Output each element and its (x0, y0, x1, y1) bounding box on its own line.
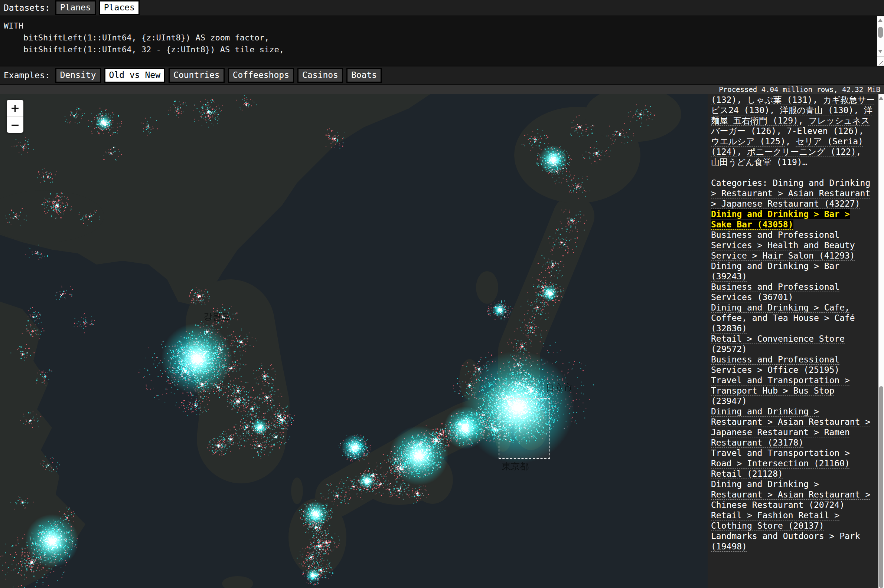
zoom-in-button[interactable]: + (7, 100, 23, 116)
dataset-button-planes[interactable]: Planes (55, 0, 96, 15)
example-button-coffeeshops[interactable]: Coffeeshops (228, 68, 294, 83)
categories-list: Categories: Dining and Drinking > Restau… (711, 178, 875, 552)
name-link[interactable]: 山田うどん食堂 (119) (711, 157, 802, 167)
names-list: (132), しゃぶ葉 (131), カギ救急サービス24 (130), 洋服の… (711, 94, 875, 167)
category-link[interactable]: Dining and Drinking > Restaurant > Asian… (711, 406, 870, 447)
category-link[interactable]: Retail > Convenience Store (29572) (711, 334, 845, 354)
sql-code[interactable]: WITH bitShiftLeft(1::UInt64, {z:UInt8}) … (0, 16, 884, 66)
dataset-button-places[interactable]: Places (99, 0, 140, 15)
examples-bar: Examples: Density Old vs New Countries C… (0, 66, 884, 85)
name-link[interactable]: ポニークリーニング (122) (747, 147, 856, 156)
name-link[interactable]: 7-Eleven (126) (787, 126, 859, 136)
example-button-density[interactable]: Density (55, 68, 101, 83)
sql-scrollbar[interactable] (877, 16, 884, 66)
zoom-out-button[interactable]: − (7, 117, 23, 133)
example-button-countries[interactable]: Countries (168, 68, 225, 83)
category-link[interactable]: Dining and Drinking > Restaurant > Asian… (711, 479, 870, 510)
sql-scrollbar-thumb[interactable] (878, 27, 883, 38)
main-area: + − (132), しゃぶ葉 (131), カギ救急サービス24 (130),… (0, 94, 884, 588)
datasets-label: Datasets: (4, 3, 50, 13)
map-selection-rect[interactable] (499, 398, 550, 459)
sidebar: (132), しゃぶ葉 (131), カギ救急サービス24 (130), 洋服の… (708, 94, 878, 588)
scrollbar-divider (877, 56, 884, 57)
examples-label: Examples: (4, 70, 50, 80)
processed-status: Processed 4.04 million rows, 42.32 MiB (719, 86, 880, 93)
scroll-up-icon[interactable] (879, 96, 883, 100)
name-link[interactable]: 洋服の青山 (130) (780, 105, 854, 115)
example-button-old-vs-new[interactable]: Old vs New (104, 68, 165, 83)
example-button-boats[interactable]: Boats (346, 68, 382, 83)
datasets-bar: Datasets: Planes Places (0, 0, 884, 16)
category-link[interactable]: Dining and Drinking > Bar (39243) (711, 261, 839, 281)
category-link[interactable]: Business and Professional Services > Off… (711, 355, 839, 375)
example-button-casinos[interactable]: Casinos (298, 68, 343, 83)
scroll-down-icon[interactable] (878, 50, 882, 53)
name-link[interactable]: ウエルシア (125) (711, 136, 786, 146)
sql-editor[interactable]: WITH bitShiftLeft(1::UInt64, {z:UInt8}) … (0, 16, 884, 66)
map-canvas[interactable] (0, 94, 708, 588)
category-link-highlighted[interactable]: Dining and Drinking > Bar > Sake Bar (43… (711, 209, 850, 229)
scroll-up-icon[interactable] (878, 18, 882, 22)
category-link[interactable]: Retail (21128) (711, 469, 783, 478)
category-link[interactable]: Dining and Drinking > Cafe, Coffee, and … (711, 303, 855, 333)
map[interactable]: + − (0, 94, 708, 588)
category-link[interactable]: Travel and Transportation > Road > Inter… (711, 448, 850, 468)
name-link[interactable]: (132) (711, 95, 737, 105)
name-link[interactable]: しゃぶ葉 (131) (747, 95, 813, 105)
category-link[interactable]: Landmarks and Outdoors > Park (19498) (711, 531, 860, 551)
page-scrollbar[interactable] (878, 94, 884, 588)
categories-label: Categories: (711, 178, 773, 188)
resize-grip-icon[interactable] (878, 59, 883, 64)
category-link[interactable]: Travel and Transportation > Transport Hu… (711, 375, 850, 406)
page-scrollbar-thumb[interactable] (879, 386, 883, 588)
map-zoom-control: + − (7, 100, 23, 133)
status-bar: Processed 4.04 million rows, 42.32 MiB (0, 85, 884, 94)
category-link[interactable]: Business and Professional Services > Hea… (711, 230, 855, 260)
category-link[interactable]: Business and Professional Services (3670… (711, 282, 839, 302)
category-link[interactable]: Retail > Fashion Retail > Clothing Store… (711, 510, 839, 531)
